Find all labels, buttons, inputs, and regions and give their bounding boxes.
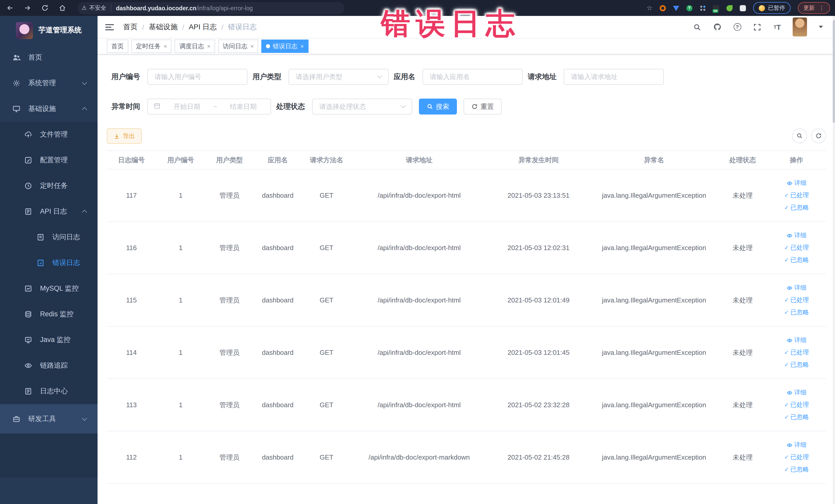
- fullscreen-icon[interactable]: [753, 22, 762, 32]
- browser-back-icon[interactable]: [6, 4, 14, 12]
- search-button[interactable]: 搜索: [419, 99, 457, 115]
- page-scrollbar[interactable]: [833, 16, 835, 504]
- breadcrumb-infra[interactable]: 基础设施: [149, 22, 178, 32]
- refresh-button[interactable]: [811, 128, 826, 143]
- sidebar-item-error-log[interactable]: 错误日志: [0, 250, 98, 276]
- logo-image: [16, 22, 33, 39]
- sidebar-item-tracing[interactable]: 链路追踪: [0, 353, 98, 379]
- sidebar-item-config-management[interactable]: 配置管理: [0, 147, 98, 173]
- sidebar-item-file-management[interactable]: 文件管理: [0, 122, 98, 147]
- browser-reload-icon[interactable]: [41, 4, 49, 12]
- status-text: 未处理: [718, 222, 767, 274]
- app-name-label: 应用名: [394, 72, 415, 81]
- help-icon[interactable]: ?: [733, 22, 742, 32]
- menu-kebab-icon[interactable]: ⋮: [819, 5, 824, 11]
- col-exception-time: 异常发生时间: [487, 151, 590, 169]
- avatar[interactable]: [793, 18, 807, 37]
- sidebar-item-mysql-monitor[interactable]: MySQL 监控: [0, 276, 98, 301]
- processed-link[interactable]: ✓已处理: [784, 243, 809, 252]
- detail-link[interactable]: 详细: [787, 336, 807, 345]
- hamburger-icon[interactable]: [105, 24, 114, 30]
- eye-icon: [787, 180, 793, 186]
- log-icon: [24, 207, 32, 216]
- browser-home-icon[interactable]: [59, 4, 66, 12]
- user-id-label: 用户编号: [111, 72, 140, 81]
- security-chip[interactable]: ⚠ 不安全: [82, 4, 111, 12]
- close-icon[interactable]: ×: [301, 43, 304, 49]
- sidebar-item-access-log[interactable]: 访问日志: [0, 224, 98, 250]
- sidebar-item-home[interactable]: 首页: [0, 45, 98, 70]
- detail-link[interactable]: 详细: [787, 441, 807, 449]
- extension-icon[interactable]: [673, 5, 679, 11]
- scrollbar-thumb[interactable]: [833, 20, 835, 123]
- date-range-picker[interactable]: 开始日期 ~ 结束日期: [147, 99, 271, 115]
- sidebar-item-scheduled-jobs[interactable]: 定时任务: [0, 173, 98, 199]
- ignored-link[interactable]: ✓已忽略: [784, 413, 809, 422]
- extension-icon[interactable]: [700, 5, 706, 11]
- sidebar-item-java-monitor[interactable]: Java 监控: [0, 327, 98, 353]
- error-log-table: 日志编号 用户编号 用户类型 应用名 请求方法名 请求地址 异常发生时间 异常名…: [107, 150, 826, 484]
- sidebar-item-api-log[interactable]: API 日志: [0, 199, 98, 224]
- github-icon[interactable]: [713, 22, 722, 32]
- security-label: 不安全: [89, 4, 106, 12]
- user-id-input[interactable]: [147, 69, 247, 85]
- font-size-icon[interactable]: TT: [773, 22, 782, 32]
- ignored-link[interactable]: ✓已忽略: [784, 465, 809, 474]
- sidebar-item-redis-monitor[interactable]: Redis 监控: [0, 301, 98, 327]
- extensions-puzzle-icon[interactable]: [740, 5, 746, 11]
- end-date-placeholder: 结束日期: [222, 102, 265, 111]
- sidebar-item-system[interactable]: 系统管理: [0, 70, 98, 96]
- detail-link[interactable]: 详细: [787, 388, 807, 397]
- search-icon[interactable]: [693, 22, 702, 32]
- processed-link[interactable]: ✓已处理: [784, 453, 809, 462]
- close-icon[interactable]: ×: [207, 43, 210, 49]
- sidebar-item-log-center[interactable]: 日志中心: [0, 379, 98, 404]
- sidebar-item-infra[interactable]: 基础设施: [0, 96, 98, 122]
- close-icon[interactable]: ×: [164, 43, 167, 49]
- processed-link[interactable]: ✓已处理: [784, 348, 809, 357]
- extension-icon[interactable]: [660, 5, 666, 11]
- user-type-select[interactable]: 请选择用户类型: [288, 69, 389, 85]
- chart-icon: [24, 284, 32, 293]
- extension-icon[interactable]: Y: [686, 5, 693, 11]
- processed-link[interactable]: ✓已处理: [784, 191, 809, 200]
- paused-badge[interactable]: 已暂停: [753, 2, 791, 14]
- processed-link[interactable]: ✓已处理: [784, 401, 809, 409]
- update-button[interactable]: 更新⋮: [798, 2, 830, 14]
- check-icon: ✓: [784, 362, 789, 368]
- toggle-search-button[interactable]: [792, 128, 807, 143]
- tab-access-log[interactable]: 访问日志×: [218, 40, 259, 53]
- address-bar[interactable]: ⚠ 不安全 dashboard.yudao.iocoder.cn/infra/l…: [78, 2, 345, 14]
- app-name-input[interactable]: [423, 69, 523, 85]
- ignored-link[interactable]: ✓已忽略: [784, 203, 809, 212]
- browser-forward-icon[interactable]: [24, 4, 31, 12]
- eye-icon: [787, 337, 793, 343]
- close-icon[interactable]: ×: [250, 43, 254, 49]
- app-logo[interactable]: 芋道管理系统: [0, 16, 98, 45]
- ignored-link[interactable]: ✓已忽略: [784, 361, 809, 369]
- sidebar-item-dev-tools[interactable]: 研发工具: [0, 404, 98, 434]
- processed-link[interactable]: ✓已处理: [784, 296, 809, 304]
- reset-button[interactable]: 重置: [464, 99, 502, 115]
- tab-schedule-log[interactable]: 调度日志×: [175, 40, 215, 53]
- gear-icon: [12, 79, 21, 87]
- detail-link[interactable]: 详细: [787, 231, 807, 240]
- avatar-caret-icon[interactable]: [819, 26, 823, 28]
- tab-home[interactable]: 首页: [107, 40, 128, 53]
- tab-scheduled-jobs[interactable]: 定时任务×: [131, 40, 172, 53]
- process-status-select[interactable]: 请选择处理状态: [312, 99, 412, 115]
- export-button[interactable]: 导出: [107, 128, 142, 144]
- ignored-link[interactable]: ✓已忽略: [784, 256, 809, 264]
- breadcrumb-api-log[interactable]: API 日志: [189, 22, 217, 32]
- extension-icon[interactable]: [727, 5, 733, 11]
- bookmark-star-icon[interactable]: ☆: [647, 4, 652, 12]
- detail-link[interactable]: 详细: [787, 283, 807, 292]
- col-user-id: 用户编号: [156, 151, 205, 169]
- extension-icon[interactable]: [713, 5, 719, 11]
- ignored-link[interactable]: ✓已忽略: [784, 308, 809, 317]
- check-icon: ✓: [784, 257, 789, 263]
- breadcrumb-home[interactable]: 首页: [123, 22, 138, 32]
- tab-error-log[interactable]: 错误日志×: [262, 40, 308, 53]
- request-url-input[interactable]: [564, 69, 664, 85]
- detail-link[interactable]: 详细: [787, 179, 807, 187]
